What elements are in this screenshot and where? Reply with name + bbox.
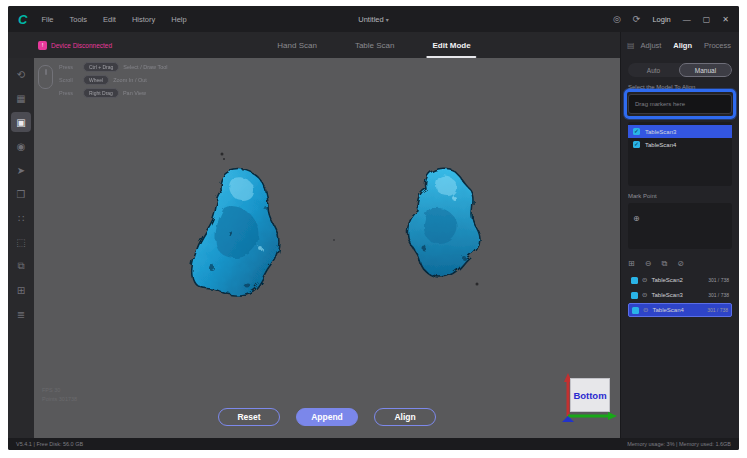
select-model-label: Select the Model To Align — [628, 84, 732, 90]
hint-row: Press Right Drag Pan View — [59, 88, 168, 98]
checkbox-checked-icon[interactable]: ✓ — [633, 128, 640, 135]
add-point-icon[interactable]: ⊕ — [633, 214, 640, 223]
reset-button[interactable]: Reset — [218, 408, 280, 426]
menu-file[interactable]: File — [41, 15, 53, 24]
align-model-name: TableScan4 — [645, 142, 676, 148]
visibility-eye-icon[interactable]: ⊙ — [642, 276, 647, 284]
minimize-button[interactable]: — — [683, 15, 691, 24]
status-right: Memory usage: 3% | Memory used: 1.6GB — [627, 441, 731, 447]
viewport-3d[interactable]: Press Ctrl + Drag Select / Draw Tool Scr… — [34, 58, 620, 438]
align-model-row[interactable]: ✓ TableScan4 — [628, 138, 732, 151]
scan-mesh-canvas — [34, 58, 620, 430]
model-color-swatch — [631, 277, 638, 284]
hint-pre: Press — [59, 64, 79, 70]
align-model-list: ✓ TableScan3 ✓ TableScan4 — [628, 122, 732, 186]
menu-history[interactable]: History — [132, 15, 155, 24]
model-list-toolbar: ⊞ ⊖ ⧉ ⊘ — [628, 259, 732, 269]
checkbox-checked-icon[interactable]: ✓ — [633, 141, 640, 148]
app-window: C File Tools Edit History Help Untitled … — [8, 6, 739, 450]
marker-drop-box[interactable]: Drag markers here — [628, 94, 732, 114]
tab-adjust[interactable]: Adjust — [641, 41, 662, 50]
tab-table-scan[interactable]: Table Scan — [355, 32, 395, 58]
device-status-label: Device Disconnected — [51, 42, 112, 49]
device-status-badge[interactable]: ! Device Disconnected — [38, 41, 112, 50]
mark-point-box[interactable]: ⊕ — [628, 203, 732, 249]
model-name: TableScan4 — [652, 307, 703, 313]
delete-icon[interactable]: ⊘ — [677, 259, 684, 269]
feedback-icon[interactable]: ◎ — [613, 14, 621, 24]
model-name: TableScan3 — [651, 292, 704, 298]
model-count: 301 / 738 — [708, 277, 729, 283]
mouse-hints-overlay: Press Ctrl + Drag Select / Draw Tool Scr… — [38, 62, 168, 98]
view-cube-gizmo[interactable]: Bottom — [558, 372, 618, 424]
align-button[interactable]: Align — [374, 408, 436, 426]
chevron-down-icon: ▾ — [386, 17, 389, 23]
menu-help[interactable]: Help — [171, 15, 186, 24]
login-button[interactable]: Login — [652, 15, 670, 24]
invert-select-icon[interactable]: ⊖ — [645, 259, 652, 269]
close-button[interactable]: ✕ — [722, 15, 729, 24]
hint-pre: Scroll — [59, 77, 79, 83]
stats-fps: FPS 30 — [42, 386, 77, 395]
hint-pre: Press — [59, 90, 79, 96]
menu-edit[interactable]: Edit — [103, 15, 116, 24]
hint-desc: Pan View — [123, 90, 146, 96]
merge-icon[interactable]: ⧉ — [661, 259, 667, 269]
points-icon[interactable]: ∷ — [11, 208, 31, 228]
hint-row: Scroll Wheel Zoom In / Out — [59, 75, 168, 85]
copy-icon[interactable]: ⧉ — [11, 256, 31, 276]
model-color-swatch — [632, 307, 639, 314]
sphere-icon[interactable]: ◉ — [11, 136, 31, 156]
manual-mode-button[interactable]: Manual — [679, 63, 732, 77]
visibility-eye-icon[interactable]: ⊙ — [642, 291, 647, 299]
footer-actions: Reset Append Align — [218, 408, 436, 426]
tab-process[interactable]: Process — [704, 41, 731, 50]
append-button[interactable]: Append — [296, 408, 358, 426]
box-icon[interactable]: ❒ — [11, 184, 31, 204]
mark-point-label: Mark Point — [628, 193, 732, 199]
scan-mesh-right — [407, 168, 480, 277]
hint-desc: Zoom In / Out — [113, 77, 147, 83]
model-color-swatch — [631, 292, 638, 299]
speckle — [221, 153, 224, 156]
gizmo-face-label: Bottom — [573, 390, 606, 401]
document-title-text: Untitled — [358, 15, 383, 24]
hint-key: Ctrl + Drag — [83, 62, 119, 72]
app-logo-icon: C — [18, 12, 27, 27]
select-rect-icon[interactable]: ⬚ — [11, 232, 31, 252]
tab-hand-scan[interactable]: Hand Scan — [277, 32, 317, 58]
visibility-eye-icon[interactable]: ⊙ — [643, 306, 648, 314]
model-row[interactable]: ⊙ TableScan2 301 / 738 — [628, 273, 732, 287]
viewport-stats: FPS 30 Points 301738 — [42, 386, 77, 404]
menu-tools[interactable]: Tools — [69, 15, 87, 24]
status-left: V5.4.1 | Free Disk: 56.0 GB — [16, 441, 83, 447]
cursor-icon[interactable]: ➤ — [11, 160, 31, 180]
mouse-icon — [38, 65, 53, 89]
document-title[interactable]: Untitled ▾ — [358, 15, 389, 24]
new-group-icon[interactable]: ⊞ — [628, 259, 635, 269]
tab-align[interactable]: Align — [673, 41, 692, 50]
model-row[interactable]: ⊙ TableScan3 301 / 738 — [628, 288, 732, 302]
scan-mesh-left — [192, 169, 279, 295]
grid-icon[interactable]: ▦ — [11, 88, 31, 108]
maximize-button[interactable]: ▢ — [703, 15, 711, 24]
panel-toggle-icon[interactable]: ▤ — [627, 41, 635, 50]
layout-icon[interactable]: ⊞ — [11, 280, 31, 300]
mode-tab-bar: ! Device Disconnected Hand Scan Table Sc… — [8, 32, 620, 58]
tab-edit-mode[interactable]: Edit Mode — [432, 32, 470, 58]
update-icon[interactable]: ⟳ — [633, 14, 641, 24]
hint-row: Press Ctrl + Drag Select / Draw Tool — [59, 62, 168, 72]
model-count: 301 / 738 — [708, 292, 729, 298]
cube-icon[interactable]: ▣ — [11, 112, 31, 132]
layers-icon[interactable]: ≣ — [11, 304, 31, 324]
auto-mode-button[interactable]: Auto — [628, 63, 679, 77]
model-row[interactable]: ⊙ TableScan4 301 / 738 — [628, 303, 732, 317]
undo-icon[interactable]: ⟲ — [11, 64, 31, 84]
status-bar: V5.4.1 | Free Disk: 56.0 GB Memory usage… — [8, 438, 739, 450]
menu-bar: File Tools Edit History Help — [41, 15, 186, 24]
align-model-row[interactable]: ✓ TableScan3 — [628, 125, 732, 138]
model-count: 301 / 738 — [707, 307, 728, 313]
hint-desc: Select / Draw Tool — [123, 64, 167, 70]
model-list: ⊙ TableScan2 301 / 738 ⊙ TableScan3 301 … — [628, 273, 732, 317]
hint-key: Right Drag — [83, 88, 119, 98]
